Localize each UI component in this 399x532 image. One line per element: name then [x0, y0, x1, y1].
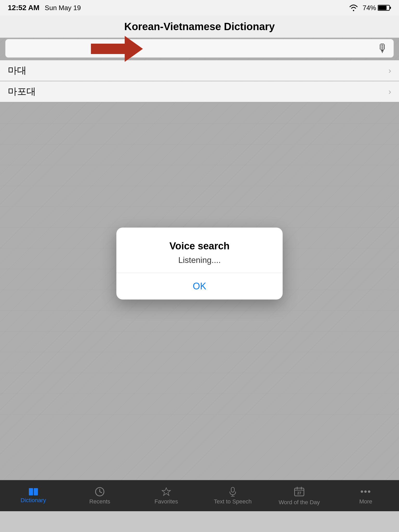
book-icon [29, 488, 38, 495]
svg-rect-7 [231, 487, 234, 492]
status-date: Sun May 19 [45, 4, 81, 12]
svg-rect-2 [378, 6, 387, 10]
ok-button[interactable]: OK [116, 273, 283, 300]
status-time: 12:52 AM [8, 4, 39, 12]
tab-wotd[interactable]: 27 Word of the Day [266, 486, 332, 506]
calendar-icon: 27 [294, 486, 304, 496]
tab-more-label: More [359, 498, 372, 505]
tab-tts[interactable]: Text to Speech [200, 487, 266, 505]
svg-line-5 [100, 492, 102, 493]
battery-icon [378, 4, 391, 11]
status-bar: 12:52 AM Sun May 19 74% [0, 0, 399, 16]
voice-search-dialog: Voice search Listening.... OK [116, 228, 283, 300]
tab-wotd-label: Word of the Day [279, 499, 320, 506]
dialog-subtitle: Listening.... [127, 255, 272, 265]
wifi-icon [349, 4, 358, 11]
tab-more[interactable]: ••• More [332, 487, 399, 505]
battery-indicator: 74% [363, 4, 391, 12]
dialog-title: Voice search [127, 241, 272, 252]
dialog-footer: OK [116, 273, 283, 300]
dialog-overlay: Voice search Listening.... OK [0, 16, 399, 511]
svg-text:27: 27 [297, 491, 301, 495]
tab-recents[interactable]: Recents [66, 487, 133, 505]
tab-recents-label: Recents [89, 498, 110, 505]
tab-dictionary-label: Dictionary [21, 497, 46, 504]
tab-favorites-label: Favorites [155, 498, 178, 505]
status-icons: 74% [349, 4, 391, 12]
status-time-date: 12:52 AM Sun May 19 [8, 4, 81, 12]
more-dots-icon: ••• [360, 487, 371, 497]
main-content: Korean-Vietnamese Dictionary 🎙 마대 › 마포대 … [0, 16, 399, 511]
microphone-tab-icon [228, 487, 237, 497]
dialog-body: Voice search Listening.... [116, 228, 283, 273]
svg-marker-6 [162, 488, 170, 495]
tab-bar: Dictionary Recents Favorites [0, 480, 399, 511]
tab-tts-label: Text to Speech [214, 498, 252, 505]
star-icon [161, 487, 171, 497]
svg-rect-1 [390, 7, 391, 9]
clock-icon [95, 487, 105, 497]
tab-favorites[interactable]: Favorites [133, 487, 200, 505]
battery-percentage: 74% [363, 4, 376, 12]
tab-dictionary[interactable]: Dictionary [0, 488, 66, 504]
